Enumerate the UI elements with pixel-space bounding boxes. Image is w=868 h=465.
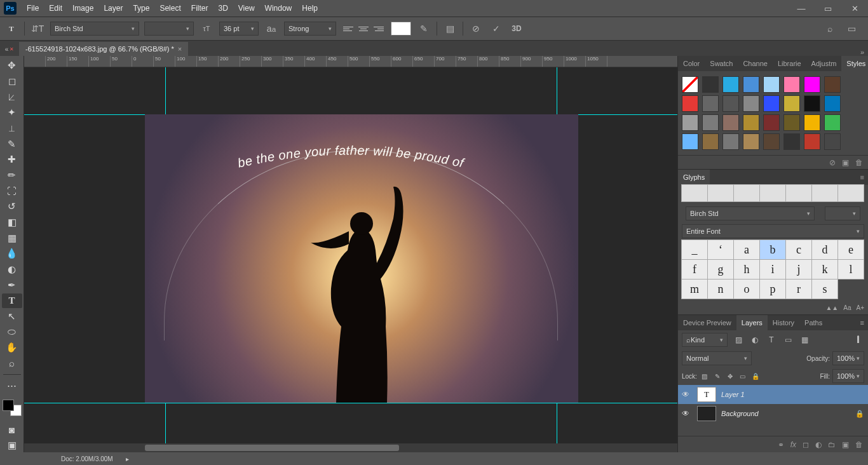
- style-swatch[interactable]: [743, 114, 759, 131]
- glyph-cell[interactable]: r: [785, 279, 812, 299]
- warp-text-button[interactable]: ✎: [416, 21, 431, 36]
- panel-tab-device-preview[interactable]: Device Preview: [678, 315, 736, 330]
- hand-tool[interactable]: ✋: [2, 340, 22, 355]
- workspace-switcher-button[interactable]: ▭: [844, 21, 859, 36]
- glyph-cell[interactable]: a: [733, 239, 760, 260]
- style-swatch[interactable]: [722, 133, 739, 150]
- guide-horizontal[interactable]: [24, 403, 677, 403]
- canvas[interactable]: be the one your father will be proud of: [24, 67, 677, 452]
- menu-type[interactable]: Type: [128, 0, 154, 17]
- style-swatch[interactable]: [763, 133, 780, 150]
- layer-thumbnail[interactable]: T: [697, 387, 716, 402]
- font-family-select[interactable]: Birch Std▾: [50, 22, 139, 36]
- minimize-button[interactable]: —: [788, 0, 815, 17]
- glyph-cell[interactable]: e: [837, 239, 864, 260]
- toggle-orientation-button[interactable]: ⇵T: [30, 21, 45, 36]
- style-swatch[interactable]: [702, 114, 719, 131]
- cancel-edits-button[interactable]: ⊘: [468, 21, 484, 36]
- panel-tab-paths[interactable]: Paths: [799, 315, 827, 330]
- font-size-select[interactable]: 36 pt▾: [219, 22, 259, 36]
- recent-glyph-slot[interactable]: [681, 184, 708, 202]
- panel-tab-styles[interactable]: Styles: [841, 56, 868, 71]
- menu-select[interactable]: Select: [154, 0, 186, 17]
- eraser-tool[interactable]: ◧: [2, 215, 22, 230]
- style-swatch[interactable]: [824, 133, 841, 150]
- lasso-tool[interactable]: ⟀: [2, 90, 22, 104]
- type-tool-preset-icon[interactable]: T: [4, 21, 19, 36]
- filter-adjust-icon[interactable]: ◐: [749, 335, 761, 344]
- layer-name-label[interactable]: Background: [721, 410, 850, 417]
- panel-tab-swatch[interactable]: Swatch: [705, 56, 738, 71]
- document-tab[interactable]: -615524918-1024x683.jpg @ 66.7% (RGB/8#)…: [19, 42, 188, 56]
- panel-tab-librarie[interactable]: Librarie: [773, 56, 806, 71]
- filter-smart-icon[interactable]: ▦: [799, 335, 810, 344]
- menu-window[interactable]: Window: [260, 0, 297, 17]
- glyph-cell[interactable]: i: [759, 259, 786, 280]
- style-swatch[interactable]: [743, 95, 759, 112]
- horizontal-ruler[interactable]: 2001501005005010015020025030035040045050…: [24, 56, 677, 67]
- anti-alias-select[interactable]: Strong▾: [284, 22, 336, 36]
- quick-select-tool[interactable]: ✦: [2, 105, 22, 120]
- close-button[interactable]: ✕: [841, 0, 868, 17]
- style-swatch[interactable]: [722, 76, 739, 93]
- style-swatch[interactable]: [804, 95, 820, 112]
- visibility-icon[interactable]: 👁: [682, 390, 692, 399]
- glyph-range-select[interactable]: Entire Font▾: [682, 224, 864, 238]
- gradient-tool[interactable]: ▦: [2, 231, 22, 245]
- lock-position-icon[interactable]: ✥: [725, 373, 735, 380]
- style-swatch[interactable]: [702, 95, 719, 112]
- style-swatch[interactable]: [763, 76, 780, 93]
- style-swatch[interactable]: [743, 133, 759, 150]
- recent-glyph-slot[interactable]: [707, 184, 734, 202]
- glyph-cell[interactable]: h: [733, 259, 760, 280]
- align-center-button[interactable]: [356, 22, 370, 36]
- glyph-cell[interactable]: d: [811, 239, 838, 260]
- style-swatch[interactable]: [804, 133, 820, 150]
- filter-shape-icon[interactable]: ▭: [782, 335, 794, 344]
- edit-toolbar-button[interactable]: ⋯: [2, 379, 22, 393]
- menu-layer[interactable]: Layer: [98, 0, 128, 17]
- style-swatch[interactable]: [763, 95, 780, 112]
- panel-tab-color[interactable]: Color: [678, 56, 705, 71]
- menu-image[interactable]: Image: [67, 0, 98, 17]
- style-swatch[interactable]: [743, 76, 759, 93]
- panel-tab-channe[interactable]: Channe: [738, 56, 773, 71]
- filter-toggle-icon[interactable]: ⏽: [853, 335, 864, 344]
- style-swatch[interactable]: [722, 114, 739, 131]
- close-tab-icon[interactable]: ×: [178, 45, 182, 53]
- menu-3d[interactable]: 3D: [213, 0, 233, 17]
- marquee-tool[interactable]: ◻: [2, 74, 22, 89]
- lock-artboard-icon[interactable]: ▭: [738, 373, 748, 380]
- menu-file[interactable]: File: [22, 0, 44, 17]
- layer-mask-icon[interactable]: ◻: [803, 440, 809, 449]
- layer-name-label[interactable]: Layer 1: [721, 391, 864, 398]
- style-swatch[interactable]: [824, 95, 841, 112]
- panel-menu-icon[interactable]: ≡: [857, 173, 868, 181]
- delete-style-icon[interactable]: 🗑: [855, 158, 863, 167]
- blur-tool[interactable]: 💧: [2, 246, 22, 261]
- healing-tool[interactable]: ✚: [2, 152, 22, 167]
- crop-tool[interactable]: ⟂: [2, 121, 22, 136]
- opacity-field[interactable]: 100%▾: [832, 351, 864, 365]
- lock-transparency-icon[interactable]: ▨: [700, 373, 710, 380]
- new-layer-icon[interactable]: ▣: [842, 440, 849, 449]
- glyph-cell[interactable]: k: [811, 259, 838, 280]
- glyph-cell[interactable]: ‘: [707, 239, 734, 260]
- style-swatch[interactable]: [702, 133, 719, 150]
- style-swatch[interactable]: [682, 95, 698, 112]
- style-swatch[interactable]: [682, 114, 698, 131]
- search-icon[interactable]: ⌕: [822, 21, 837, 36]
- glyph-cell[interactable]: p: [759, 279, 786, 299]
- foreground-color[interactable]: [3, 400, 14, 411]
- zoom-tool[interactable]: ⌕: [2, 356, 22, 370]
- glyph-cell[interactable]: n: [707, 279, 734, 299]
- recent-glyph-slot[interactable]: [785, 184, 812, 202]
- layer-thumbnail[interactable]: [697, 406, 716, 421]
- glyph-style-select[interactable]: ▾: [825, 206, 860, 220]
- screen-mode-button[interactable]: ▣: [2, 438, 22, 452]
- layer-row[interactable]: 👁TLayer 1: [678, 385, 868, 404]
- glyph-cell[interactable]: g: [707, 259, 734, 280]
- doc-size-readout[interactable]: Doc: 2.00M/3.00M: [61, 455, 113, 462]
- menu-edit[interactable]: Edit: [44, 0, 67, 17]
- quick-mask-button[interactable]: ◙: [2, 422, 22, 437]
